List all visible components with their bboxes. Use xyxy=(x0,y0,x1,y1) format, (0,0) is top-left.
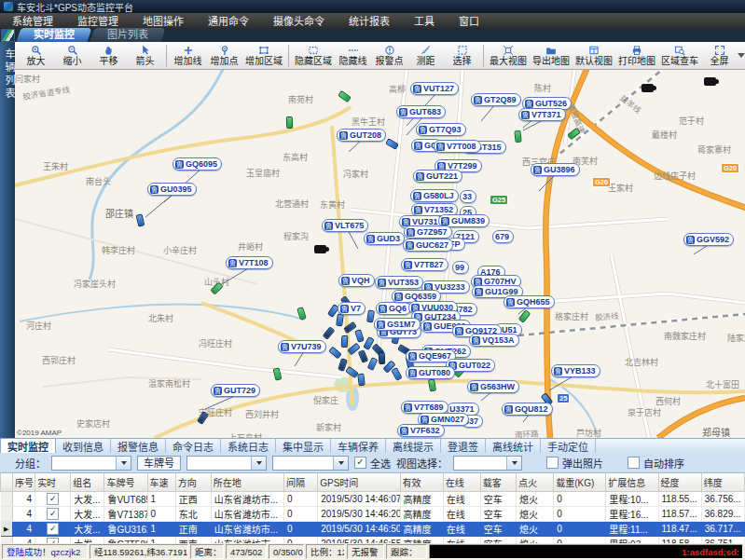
table-cell[interactable]: 0 xyxy=(147,507,175,522)
toolbar-button-7[interactable]: 增加区域 xyxy=(242,42,285,69)
toolbar-button-8[interactable]: 隐藏区域 xyxy=(292,42,335,69)
table-cell[interactable]: 里程:93... xyxy=(606,537,658,544)
vehicle-plate-label[interactable]: 鲁GUT208 xyxy=(337,129,386,142)
vehicle-plate-label[interactable]: 鲁GUC627 xyxy=(403,239,453,252)
toolbar-button-11[interactable]: 测距 xyxy=(407,42,444,69)
table-cell[interactable]: 36.829... xyxy=(701,507,744,522)
table-cell[interactable]: 0 xyxy=(554,507,606,522)
chevron-down-icon[interactable] xyxy=(738,53,745,58)
vehicle-plate-label[interactable]: 鲁GUT683 xyxy=(396,105,446,118)
tab-picture-list[interactable]: 图片列表 xyxy=(90,28,166,42)
column-header-9[interactable]: GPS时间 xyxy=(318,473,400,492)
camera-icon[interactable] xyxy=(642,84,654,92)
table-cell[interactable]: 在线 xyxy=(443,522,480,537)
menu-item-5[interactable]: 摄像头命令 xyxy=(261,13,337,28)
table-cell[interactable]: 空车 xyxy=(480,537,516,544)
popup-photo-checkbox[interactable] xyxy=(546,457,559,469)
table-cell[interactable]: 0 xyxy=(284,522,318,537)
table-cell[interactable]: 2019/5/30 14:46:55 xyxy=(318,537,400,544)
table-cell[interactable]: 大发... xyxy=(71,492,104,507)
table-cell[interactable]: 空车 xyxy=(480,507,516,522)
toolbar-button-16[interactable]: 打印地图 xyxy=(615,42,658,69)
table-cell[interactable]: 高精度 xyxy=(400,537,443,544)
bottom-tab-5[interactable]: 系统日志 xyxy=(221,439,276,453)
row-checkbox-cell[interactable]: ✓ xyxy=(35,522,71,537)
table-cell[interactable]: 鲁G7T580 xyxy=(104,537,147,544)
plate-combobox-1[interactable] xyxy=(186,456,267,471)
vehicle-plate-label[interactable]: 鲁GQU812 xyxy=(502,403,553,416)
column-header-3[interactable]: 组名 xyxy=(71,473,104,492)
toolbar-button-17[interactable]: 区域查车 xyxy=(658,42,701,69)
vehicle-plate-label[interactable]: 鲁GUT080 xyxy=(406,366,455,379)
bottom-tab-3[interactable]: 报警信息 xyxy=(111,439,166,453)
table-cell[interactable]: 118.58... xyxy=(658,537,701,544)
chevron-down-icon[interactable] xyxy=(116,457,131,470)
view-select-combobox[interactable] xyxy=(453,456,522,471)
auto-sort-checkbox[interactable] xyxy=(628,457,640,469)
table-cell[interactable]: 0 xyxy=(284,507,318,522)
table-cell[interactable]: 山东省潍坊市... xyxy=(211,492,283,507)
table-cell[interactable]: 0 xyxy=(284,492,318,507)
table-cell[interactable]: 山东省潍坊市... xyxy=(211,522,283,537)
table-cell[interactable]: 2019/5/30 14:46:07 xyxy=(318,492,400,507)
toolbar-button-2[interactable]: 缩小 xyxy=(54,42,90,69)
camera-icon[interactable] xyxy=(704,77,716,86)
vehicle-plate-label[interactable]: 鲁G7Z957 xyxy=(404,225,452,239)
menu-item-6[interactable]: 统计报表 xyxy=(337,13,402,28)
table-cell[interactable]: 熄火 xyxy=(517,492,554,507)
toolbar-button-18[interactable]: 全屏 xyxy=(701,42,738,69)
vehicle-plate-label[interactable]: 鲁GUT729 xyxy=(211,384,260,397)
bottom-tab-7[interactable]: 车辆保养 xyxy=(331,439,386,453)
plate-number-button[interactable]: 车牌号 xyxy=(137,456,181,471)
bottom-tab-8[interactable]: 离线提示 xyxy=(386,439,441,453)
vehicle-plate-label[interactable]: 鲁V7U739 xyxy=(278,340,326,353)
row-checkbox[interactable]: ✓ xyxy=(47,493,59,505)
vehicle-plate-label-partial[interactable]: 33 xyxy=(460,190,476,203)
toolbar-button-3[interactable]: 平移 xyxy=(90,42,127,69)
map-canvas[interactable]: ©2019 AMAP 闫家村南苑村高柳黑牛王村东高村冯家村王朱村南台头玉皇庙村北… xyxy=(15,70,745,438)
vehicle-plate-label[interactable]: 鲁VLT675 xyxy=(322,219,368,232)
table-cell[interactable]: 鲁GU3162 xyxy=(104,522,147,537)
table-cell[interactable]: 2019/5/30 14:46:50 xyxy=(318,522,400,537)
table-cell[interactable]: 熄火 xyxy=(517,507,554,522)
table-row[interactable]: ▶4✓大发...鲁GU31621正南山东省潍坊市...02019/5/30 14… xyxy=(1,522,745,537)
table-cell[interactable]: 鲁V71387 xyxy=(104,507,147,522)
vehicle-plate-label[interactable]: 鲁V7T371 xyxy=(518,108,566,121)
vehicle-plate-label-partial[interactable]: 鲁V7 xyxy=(338,302,366,315)
camera-icon[interactable] xyxy=(314,245,326,253)
vehicle-plate-label[interactable]: 鲁GS1M7 xyxy=(374,318,421,331)
column-header-14[interactable]: 载重(KG) xyxy=(554,473,606,492)
table-cell[interactable]: 0 xyxy=(554,492,606,507)
vehicle-plate-label[interactable]: 鲁V7T008 xyxy=(434,140,481,153)
vehicle-plate-label[interactable]: 鲁GT2Q89 xyxy=(471,93,521,106)
map-thumbnail-icon[interactable] xyxy=(1,29,15,42)
table-cell[interactable]: 在线 xyxy=(443,507,480,522)
table-cell[interactable]: 0 xyxy=(284,537,318,544)
table-cell[interactable]: 在线 xyxy=(443,492,480,507)
table-cell[interactable]: 2019/5/30 14:46:20 xyxy=(318,507,400,522)
menu-item-3[interactable]: 地图操作 xyxy=(131,13,196,28)
table-row[interactable]: 4✓大发...鲁VUT6851正西山东省潍坊市...02019/5/30 14:… xyxy=(1,492,745,507)
vehicle-plate-label[interactable]: 鲁GQH655 xyxy=(504,295,555,308)
bottom-tab-9[interactable]: 登退签 xyxy=(441,439,486,453)
table-cell[interactable]: 山东省潍坊市... xyxy=(211,507,283,522)
column-header-7[interactable]: 所在地 xyxy=(211,473,283,492)
table-cell[interactable]: 大发... xyxy=(71,537,104,544)
vehicle-plate-label[interactable]: 鲁V7T689 xyxy=(401,401,448,414)
table-cell[interactable]: 空车 xyxy=(480,492,516,507)
table-cell[interactable]: 正南 xyxy=(175,522,211,537)
map-search-area[interactable]: 当前地 xyxy=(738,48,745,63)
vehicle-plate-label[interactable]: 鲁GUT221 xyxy=(413,170,462,183)
menu-item-4[interactable]: 通用命令 xyxy=(196,13,261,28)
table-cell[interactable]: 1 xyxy=(147,492,175,507)
vehicle-list-panel-tab[interactable]: 车辆列表 xyxy=(0,42,15,438)
row-checkbox-cell[interactable]: ✓ xyxy=(35,507,71,522)
table-cell[interactable]: 在线 xyxy=(443,537,480,544)
vehicle-icon-blue[interactable] xyxy=(379,352,385,364)
vehicle-icon-blue[interactable] xyxy=(341,335,349,348)
table-cell[interactable]: 1 xyxy=(147,537,175,544)
table-cell[interactable]: 高精度 xyxy=(400,507,443,522)
table-cell[interactable]: 大发... xyxy=(71,522,104,537)
bottom-tab-6[interactable]: 集中显示 xyxy=(276,439,331,453)
tab-realtime-monitor[interactable]: 实时监控 xyxy=(17,28,92,42)
